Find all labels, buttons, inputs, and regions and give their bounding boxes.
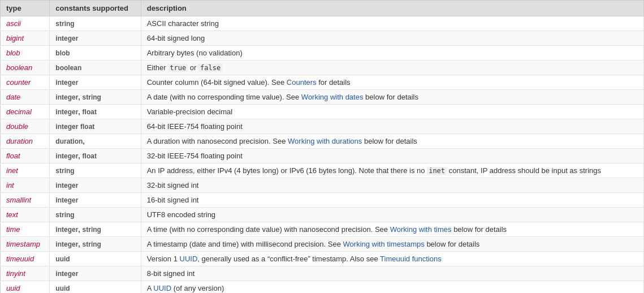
constant-value: string [83,226,101,234]
cell-type: timestamp [1,237,50,252]
col-description: description [141,1,643,16]
cell-constants: integer [50,31,141,46]
cell-constants: integer [50,75,141,90]
cell-description: 64-bit IEEE-754 floating point [141,119,643,134]
cell-constants: integer float [50,119,141,134]
cell-description: Variable-precision decimal [141,105,643,119]
constant-separator: , [78,240,82,248]
description-link[interactable]: Working with times [390,225,452,234]
type-value: duration [6,137,33,145]
col-type: type [1,1,50,16]
constant-value: string [83,240,101,248]
type-value: timestamp [6,240,40,248]
cell-type: time [1,222,50,237]
cell-constants: integer [50,178,141,193]
cell-constants: integer, float [50,149,141,163]
cell-type: double [1,119,50,134]
cell-constants: integer, string [50,222,141,237]
table-row: blobblobArbitrary bytes (no validation) [1,46,644,61]
cell-constants: integer, string [50,90,141,105]
constant-value: duration [55,137,83,145]
cell-description: A time (with no corresponding date value… [141,222,643,237]
type-value: int [6,181,14,189]
constant-separator: , [78,225,82,234]
constant-value: integer [55,152,78,160]
cell-constants: boolean [50,61,141,75]
cell-type: decimal [1,105,50,119]
description-link[interactable]: Counters [287,78,317,87]
cell-description: 32-bit signed int [141,178,643,193]
cell-constants: uuid [50,281,141,294]
type-value: inet [6,166,18,175]
description-link[interactable]: Working with dates [301,93,364,101]
constant-value: integer [55,79,78,87]
table-row: floatinteger, float32-bit IEEE-754 float… [1,149,644,163]
cell-constants: blob [50,46,141,61]
table-row: inetstringAn IP address, either IPv4 (4 … [1,163,644,178]
type-value: float [6,152,20,160]
cell-type: uuid [1,281,50,294]
constant-value: integer [55,196,78,204]
cell-constants: string [50,16,141,31]
constant-value: integer [55,182,78,189]
type-value: blob [6,49,20,57]
cell-type: duration [1,134,50,149]
inline-code: false [198,64,222,72]
table-row: bigintinteger64-bit signed long [1,31,644,46]
inline-code: true [168,64,188,72]
table-row: textstringUTF8 encoded string [1,208,644,222]
cell-type: boolean [1,61,50,75]
constant-value: string [55,211,74,219]
type-value: tinyint [6,269,25,278]
cell-constants: duration, [50,134,141,149]
constant-value: integer [55,270,78,278]
description-link[interactable]: Working with timestamps [343,240,425,248]
description-link[interactable]: UUID [180,255,198,263]
cell-description: UTF8 encoded string [141,208,643,222]
table-row: dateinteger, stringA date (with no corre… [1,90,644,105]
table-row: timeuuiduuidVersion 1 UUID, generally us… [1,252,644,266]
table-row: timestampinteger, stringA timestamp (dat… [1,237,644,252]
cell-type: counter [1,75,50,90]
constant-value: integer [55,35,78,42]
cell-description: A UUID (of any version) [141,281,643,294]
type-value: bigint [6,34,24,42]
col-constants: constants supported [50,1,141,16]
table-row: intinteger32-bit signed int [1,178,644,193]
constant-value: integer [55,123,78,131]
type-value: uuid [6,284,20,292]
type-value: timeuuid [6,255,34,263]
cell-type: inet [1,163,50,178]
cell-description: Version 1 UUID, generally used as a “con… [141,252,643,266]
table-row: booleanbooleanEither true or false [1,61,644,75]
cell-description: Counter column (64-bit signed value). Se… [141,75,643,90]
cell-description: 16-bit signed int [141,193,643,208]
type-value: ascii [6,19,21,28]
constant-value: string [55,20,74,28]
cell-description: 32-bit IEEE-754 floating point [141,149,643,163]
table-row: smallintinteger16-bit signed int [1,193,644,208]
cell-constants: string [50,163,141,178]
description-link[interactable]: Working with durations [288,137,362,145]
constant-value: integer [55,93,78,101]
cell-description: A duration with nanosecond precision. Se… [141,134,643,149]
constant-separator: , [78,93,82,101]
cell-type: blob [1,46,50,61]
table-row: counterintegerCounter column (64-bit sig… [1,75,644,90]
table-row: durationduration,A duration with nanosec… [1,134,644,149]
cell-type: tinyint [1,266,50,281]
cell-constants: integer, float [50,105,141,119]
description-link[interactable]: UUID [153,284,171,292]
table-row: tinyintinteger8-bit signed int [1,266,644,281]
cell-type: ascii [1,16,50,31]
constant-value: integer [55,108,78,116]
description-link[interactable]: Timeuuid functions [380,255,442,263]
cell-constants: integer [50,266,141,281]
table-row: asciistringASCII character string [1,16,644,31]
cell-description: 64-bit signed long [141,31,643,46]
constant-value: integer [55,240,78,248]
table-row: doubleinteger float64-bit IEEE-754 float… [1,119,644,134]
constant-separator: , [78,152,82,160]
type-value: date [6,93,20,101]
type-value: time [6,225,20,234]
